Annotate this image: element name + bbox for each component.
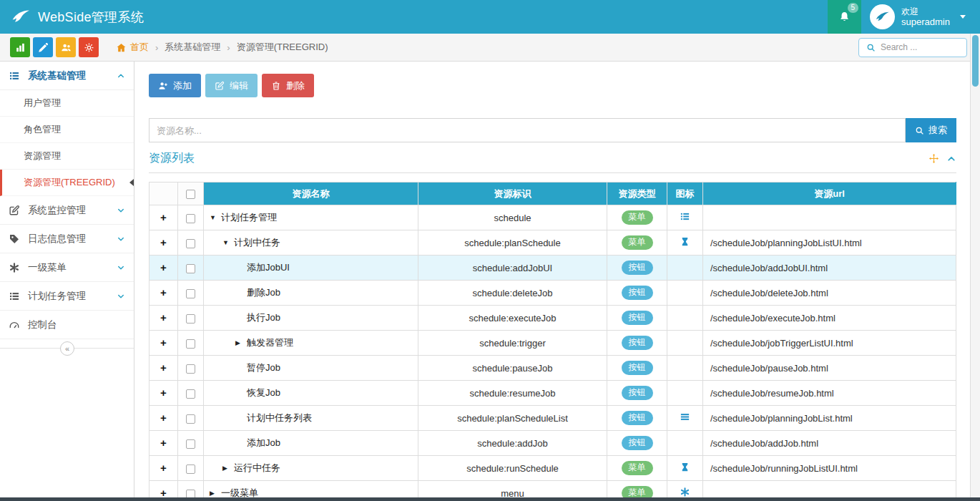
quick-users-button[interactable] bbox=[56, 37, 76, 57]
resource-url: /scheduleJob/deleteJob.html bbox=[710, 288, 828, 298]
quick-settings-button[interactable] bbox=[79, 37, 99, 57]
table-row[interactable]: +计划中任务列表schedule:planScheduleList按钮/sche… bbox=[150, 406, 956, 431]
resource-ident: schedule:planSchedule bbox=[464, 238, 560, 248]
global-search-input[interactable] bbox=[881, 42, 959, 52]
row-checkbox[interactable] bbox=[186, 289, 195, 298]
select-all-checkbox[interactable] bbox=[186, 190, 195, 199]
expand-row-button[interactable]: + bbox=[160, 236, 167, 248]
table-row[interactable]: +删除Jobschedule:deleteJob按钮/scheduleJob/d… bbox=[150, 281, 956, 306]
search-button[interactable]: 搜索 bbox=[906, 118, 956, 142]
resource-ident: schedule:planScheduleList bbox=[457, 413, 568, 424]
bell-icon bbox=[838, 11, 851, 23]
row-checkbox[interactable] bbox=[186, 314, 195, 324]
breadcrumb-home-label: 首页 bbox=[130, 41, 149, 54]
expand-panel-icon[interactable] bbox=[928, 153, 939, 164]
row-checkbox[interactable] bbox=[186, 339, 195, 349]
sidebar-collapse-button[interactable]: « bbox=[60, 341, 74, 356]
sidebar-item-console[interactable]: 控制台 bbox=[0, 311, 134, 339]
table-row[interactable]: +▼计划中任务schedule:planSchedule菜单/scheduleJ… bbox=[150, 230, 956, 256]
icon-cell bbox=[667, 431, 703, 456]
notification-count-badge: 5 bbox=[848, 3, 859, 13]
sidebar-subitem[interactable]: 角色管理 bbox=[0, 117, 134, 143]
avatar-bird-icon bbox=[874, 10, 891, 24]
row-checkbox[interactable] bbox=[186, 414, 195, 424]
tree-expand-caret[interactable]: ▶ bbox=[235, 339, 247, 346]
sidebar-item-log-info[interactable]: 日志信息管理 bbox=[0, 225, 134, 253]
sidebar-item-level1-menu[interactable]: 一级菜单 bbox=[0, 253, 134, 282]
table-row[interactable]: +暂停Jobschedule:pauseJob按钮/scheduleJob/pa… bbox=[150, 356, 956, 381]
table-row[interactable]: +添加JobUIschedule:addJobUI按钮/scheduleJob/… bbox=[150, 256, 956, 281]
resource-url: /scheduleJob/resumeJob.html bbox=[710, 388, 834, 399]
dashboard-icon bbox=[9, 319, 20, 331]
filter-row: 搜索 bbox=[149, 118, 956, 142]
vertical-scrollbar[interactable] bbox=[970, 34, 980, 501]
app-header: WebSide管理系统 5 欢迎 superadmin bbox=[0, 0, 980, 34]
welcome-label: 欢迎 bbox=[901, 6, 918, 16]
chevron-down-icon bbox=[960, 15, 966, 19]
expand-row-button[interactable]: + bbox=[160, 336, 167, 349]
sidebar-subitem[interactable]: 用户管理 bbox=[0, 90, 134, 117]
row-checkbox[interactable] bbox=[186, 214, 195, 223]
row-checkbox[interactable] bbox=[186, 364, 195, 374]
sidebar-item-system-monitor[interactable]: 系统监控管理 bbox=[0, 196, 134, 225]
quick-stats-button[interactable] bbox=[10, 37, 30, 57]
sidebar-item-schedule-task[interactable]: 计划任务管理 bbox=[0, 282, 134, 311]
column-header-resource-url: 资源url bbox=[703, 183, 956, 205]
chevron-down-icon bbox=[117, 292, 125, 301]
resource-type-badge: 按钮 bbox=[622, 261, 653, 274]
expand-row-button[interactable]: + bbox=[160, 412, 167, 424]
expand-row-button[interactable]: + bbox=[160, 311, 167, 324]
notifications-button[interactable]: 5 bbox=[828, 0, 861, 34]
sidebar-item-system-base[interactable]: 系统基础管理 bbox=[0, 62, 134, 90]
collapse-panel-icon[interactable] bbox=[946, 154, 956, 164]
expand-row-button[interactable]: + bbox=[160, 286, 167, 298]
expand-row-button[interactable]: + bbox=[160, 462, 167, 474]
resource-url: /scheduleJob/planningJobList.html bbox=[710, 413, 853, 424]
table-row[interactable]: +执行Jobschedule:executeJob按钮/scheduleJob/… bbox=[150, 306, 956, 331]
column-header-resource-name: 资源名称 bbox=[204, 183, 418, 205]
select-cell bbox=[178, 256, 204, 281]
quick-edit-button[interactable] bbox=[33, 37, 53, 57]
table-row[interactable]: +▼计划任务管理schedule菜单 bbox=[150, 205, 956, 230]
sidebar-subitem[interactable]: 资源管理 bbox=[0, 143, 134, 170]
table-header-row: 资源名称 资源标识 资源类型 图标 资源url bbox=[150, 183, 956, 205]
tree-collapse-caret[interactable]: ▼ bbox=[210, 214, 221, 221]
breadcrumb-item[interactable]: 系统基础管理 bbox=[165, 41, 220, 54]
expand-row-button[interactable]: + bbox=[160, 361, 167, 374]
delete-button[interactable]: 删除 bbox=[262, 74, 314, 97]
table-row[interactable]: +▶触发器管理schedule:trigger按钮/scheduleJob/jo… bbox=[150, 331, 956, 356]
expand-row-button[interactable]: + bbox=[160, 211, 167, 223]
user-menu-button[interactable]: 欢迎 superadmin bbox=[861, 0, 980, 34]
tree-expand-caret[interactable]: ▶ bbox=[210, 490, 221, 497]
resource-ident: schedule:trigger bbox=[479, 338, 546, 349]
row-checkbox[interactable] bbox=[186, 239, 195, 248]
tree-expand-caret[interactable]: ▶ bbox=[222, 464, 234, 472]
table-row[interactable]: +添加Jobschedule:addJob按钮/scheduleJob/addJ… bbox=[150, 431, 956, 456]
welcome-text: 欢迎 superadmin bbox=[901, 6, 950, 28]
expand-row-button[interactable]: + bbox=[160, 261, 167, 273]
app-logo[interactable]: WebSide管理系统 bbox=[0, 8, 154, 26]
sidebar-subitem[interactable]: 资源管理(TREEGRID) bbox=[0, 170, 134, 196]
breadcrumb-home[interactable]: 首页 bbox=[116, 41, 149, 54]
resource-name-filter-input[interactable] bbox=[149, 118, 906, 142]
row-checkbox[interactable] bbox=[186, 389, 195, 399]
expand-row-button[interactable]: + bbox=[160, 386, 167, 399]
edit-button[interactable]: 编辑 bbox=[205, 74, 258, 97]
table-row[interactable]: +▶运行中任务schedule:runSchedule菜单/scheduleJo… bbox=[150, 456, 956, 481]
resource-type-cell: 按钮 bbox=[607, 356, 667, 381]
column-header-resource-type: 资源类型 bbox=[607, 183, 667, 205]
row-checkbox[interactable] bbox=[186, 439, 195, 449]
row-checkbox[interactable] bbox=[186, 464, 195, 474]
row-checkbox[interactable] bbox=[186, 264, 195, 273]
add-button[interactable]: 添加 bbox=[149, 74, 201, 97]
table-row[interactable]: +恢复Jobschedule:resumeJob按钮/scheduleJob/r… bbox=[150, 381, 956, 406]
select-cell bbox=[178, 406, 204, 431]
resource-name: 添加JobUI bbox=[247, 261, 290, 274]
expand-row-button[interactable]: + bbox=[160, 437, 167, 449]
tree-collapse-caret[interactable]: ▼ bbox=[222, 239, 234, 246]
select-cell bbox=[178, 205, 204, 230]
resource-url: /scheduleJob/pauseJob.html bbox=[710, 363, 828, 374]
scrollbar-thumb[interactable] bbox=[972, 35, 979, 87]
resource-type-badge: 按钮 bbox=[622, 286, 653, 299]
list-icon bbox=[9, 70, 20, 82]
